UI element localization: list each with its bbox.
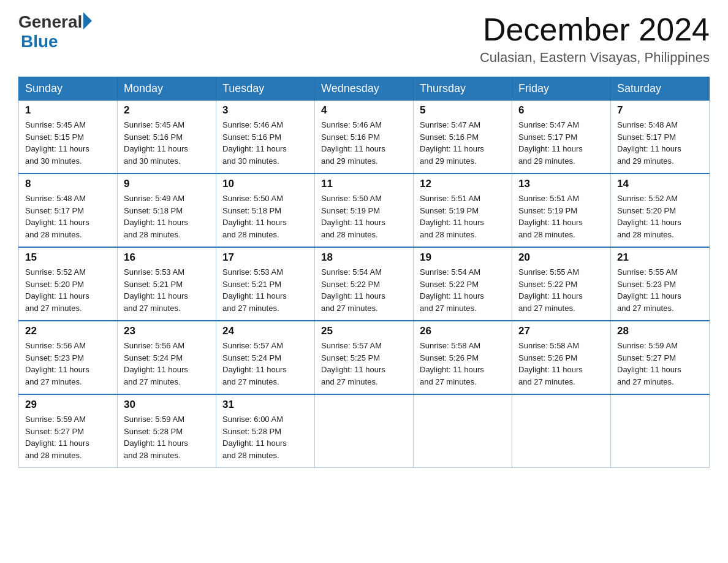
- day-info: Sunrise: 5:56 AMSunset: 5:24 PMDaylight:…: [124, 340, 210, 388]
- day-info: Sunrise: 5:58 AMSunset: 5:26 PMDaylight:…: [420, 340, 506, 388]
- calendar-cell: 9Sunrise: 5:49 AMSunset: 5:18 PMDaylight…: [118, 174, 216, 247]
- calendar-cell: 25Sunrise: 5:57 AMSunset: 5:25 PMDayligh…: [315, 321, 414, 394]
- calendar-cell: 12Sunrise: 5:51 AMSunset: 5:19 PMDayligh…: [414, 174, 512, 247]
- day-info: Sunrise: 6:00 AMSunset: 5:28 PMDaylight:…: [222, 413, 308, 461]
- weekday-header-saturday: Saturday: [611, 77, 710, 101]
- calendar-cell: [315, 394, 414, 468]
- day-info: Sunrise: 5:54 AMSunset: 5:22 PMDaylight:…: [420, 266, 506, 314]
- weekday-header-thursday: Thursday: [414, 77, 512, 101]
- day-info: Sunrise: 5:57 AMSunset: 5:25 PMDaylight:…: [321, 340, 407, 388]
- calendar-cell: 24Sunrise: 5:57 AMSunset: 5:24 PMDayligh…: [216, 321, 315, 394]
- day-number: 14: [617, 178, 703, 190]
- day-number: 1: [25, 104, 111, 117]
- calendar-cell: 5Sunrise: 5:47 AMSunset: 5:16 PMDaylight…: [414, 101, 512, 174]
- day-info: Sunrise: 5:51 AMSunset: 5:19 PMDaylight:…: [518, 193, 604, 240]
- calendar-cell: 13Sunrise: 5:51 AMSunset: 5:19 PMDayligh…: [512, 174, 611, 247]
- calendar-cell: 4Sunrise: 5:46 AMSunset: 5:16 PMDaylight…: [315, 101, 414, 174]
- day-number: 18: [321, 251, 407, 264]
- day-number: 6: [518, 104, 604, 117]
- day-info: Sunrise: 5:52 AMSunset: 5:20 PMDaylight:…: [25, 266, 111, 314]
- title-block: December 2024 Culasian, Eastern Visayas,…: [480, 12, 710, 66]
- calendar-table: SundayMondayTuesdayWednesdayThursdayFrid…: [18, 77, 710, 468]
- calendar-cell: 17Sunrise: 5:53 AMSunset: 5:21 PMDayligh…: [216, 247, 315, 321]
- day-number: 11: [321, 178, 407, 190]
- calendar-cell: 30Sunrise: 5:59 AMSunset: 5:28 PMDayligh…: [118, 394, 216, 468]
- calendar-cell: 31Sunrise: 6:00 AMSunset: 5:28 PMDayligh…: [216, 394, 315, 468]
- day-info: Sunrise: 5:49 AMSunset: 5:18 PMDaylight:…: [124, 193, 210, 240]
- day-info: Sunrise: 5:52 AMSunset: 5:20 PMDaylight:…: [617, 193, 703, 240]
- day-number: 20: [518, 251, 604, 264]
- calendar-cell: 20Sunrise: 5:55 AMSunset: 5:22 PMDayligh…: [512, 247, 611, 321]
- day-info: Sunrise: 5:50 AMSunset: 5:19 PMDaylight:…: [321, 193, 407, 240]
- day-info: Sunrise: 5:45 AMSunset: 5:15 PMDaylight:…: [25, 119, 111, 167]
- calendar-cell: 10Sunrise: 5:50 AMSunset: 5:18 PMDayligh…: [216, 174, 315, 247]
- day-info: Sunrise: 5:50 AMSunset: 5:18 PMDaylight:…: [222, 193, 308, 240]
- day-number: 10: [222, 178, 308, 190]
- day-info: Sunrise: 5:54 AMSunset: 5:22 PMDaylight:…: [321, 266, 407, 314]
- calendar-cell: 16Sunrise: 5:53 AMSunset: 5:21 PMDayligh…: [118, 247, 216, 321]
- day-number: 7: [617, 104, 703, 117]
- day-info: Sunrise: 5:48 AMSunset: 5:17 PMDaylight:…: [25, 193, 111, 240]
- weekday-header-wednesday: Wednesday: [315, 77, 414, 101]
- day-info: Sunrise: 5:47 AMSunset: 5:17 PMDaylight:…: [518, 119, 604, 167]
- day-number: 27: [518, 325, 604, 337]
- day-info: Sunrise: 5:58 AMSunset: 5:26 PMDaylight:…: [518, 340, 604, 388]
- day-number: 29: [25, 399, 111, 411]
- day-number: 15: [25, 251, 111, 264]
- calendar-cell: 23Sunrise: 5:56 AMSunset: 5:24 PMDayligh…: [118, 321, 216, 394]
- calendar-week-row: 29Sunrise: 5:59 AMSunset: 5:27 PMDayligh…: [19, 394, 710, 468]
- calendar-week-row: 22Sunrise: 5:56 AMSunset: 5:23 PMDayligh…: [19, 321, 710, 394]
- calendar-cell: 18Sunrise: 5:54 AMSunset: 5:22 PMDayligh…: [315, 247, 414, 321]
- logo-general-text: General: [18, 12, 82, 32]
- day-info: Sunrise: 5:47 AMSunset: 5:16 PMDaylight:…: [420, 119, 506, 167]
- day-number: 17: [222, 251, 308, 264]
- logo-triangle-icon: [83, 12, 92, 29]
- calendar-cell: 8Sunrise: 5:48 AMSunset: 5:17 PMDaylight…: [19, 174, 118, 247]
- calendar-week-row: 1Sunrise: 5:45 AMSunset: 5:15 PMDaylight…: [19, 101, 710, 174]
- calendar-cell: 26Sunrise: 5:58 AMSunset: 5:26 PMDayligh…: [414, 321, 512, 394]
- day-info: Sunrise: 5:53 AMSunset: 5:21 PMDaylight:…: [124, 266, 210, 314]
- weekday-header-row: SundayMondayTuesdayWednesdayThursdayFrid…: [19, 77, 710, 101]
- calendar-week-row: 8Sunrise: 5:48 AMSunset: 5:17 PMDaylight…: [19, 174, 710, 247]
- day-number: 25: [321, 325, 407, 337]
- day-number: 22: [25, 325, 111, 337]
- day-number: 19: [420, 251, 506, 264]
- day-number: 4: [321, 104, 407, 117]
- page-header: General Blue December 2024 Culasian, Eas…: [18, 12, 710, 66]
- day-info: Sunrise: 5:48 AMSunset: 5:17 PMDaylight:…: [617, 119, 703, 167]
- calendar-cell: 14Sunrise: 5:52 AMSunset: 5:20 PMDayligh…: [611, 174, 710, 247]
- day-number: 31: [222, 399, 308, 411]
- day-number: 23: [124, 325, 210, 337]
- day-number: 21: [617, 251, 703, 264]
- calendar-cell: [512, 394, 611, 468]
- month-title: December 2024: [480, 12, 710, 47]
- calendar-cell: 21Sunrise: 5:55 AMSunset: 5:23 PMDayligh…: [611, 247, 710, 321]
- day-info: Sunrise: 5:59 AMSunset: 5:27 PMDaylight:…: [617, 340, 703, 388]
- calendar-cell: 19Sunrise: 5:54 AMSunset: 5:22 PMDayligh…: [414, 247, 512, 321]
- day-info: Sunrise: 5:59 AMSunset: 5:27 PMDaylight:…: [25, 413, 111, 461]
- calendar-cell: 3Sunrise: 5:46 AMSunset: 5:16 PMDaylight…: [216, 101, 315, 174]
- calendar-cell: 6Sunrise: 5:47 AMSunset: 5:17 PMDaylight…: [512, 101, 611, 174]
- calendar-cell: 29Sunrise: 5:59 AMSunset: 5:27 PMDayligh…: [19, 394, 118, 468]
- weekday-header-friday: Friday: [512, 77, 611, 101]
- day-number: 9: [124, 178, 210, 190]
- calendar-cell: 28Sunrise: 5:59 AMSunset: 5:27 PMDayligh…: [611, 321, 710, 394]
- calendar-cell: [611, 394, 710, 468]
- calendar-week-row: 15Sunrise: 5:52 AMSunset: 5:20 PMDayligh…: [19, 247, 710, 321]
- calendar-cell: [414, 394, 512, 468]
- day-number: 28: [617, 325, 703, 337]
- day-info: Sunrise: 5:55 AMSunset: 5:23 PMDaylight:…: [617, 266, 703, 314]
- day-number: 26: [420, 325, 506, 337]
- day-number: 16: [124, 251, 210, 264]
- day-info: Sunrise: 5:59 AMSunset: 5:28 PMDaylight:…: [124, 413, 210, 461]
- calendar-cell: 15Sunrise: 5:52 AMSunset: 5:20 PMDayligh…: [19, 247, 118, 321]
- day-number: 13: [518, 178, 604, 190]
- day-number: 30: [124, 399, 210, 411]
- location-title: Culasian, Eastern Visayas, Philippines: [480, 50, 710, 66]
- calendar-cell: 7Sunrise: 5:48 AMSunset: 5:17 PMDaylight…: [611, 101, 710, 174]
- day-info: Sunrise: 5:51 AMSunset: 5:19 PMDaylight:…: [420, 193, 506, 240]
- day-info: Sunrise: 5:46 AMSunset: 5:16 PMDaylight:…: [222, 119, 308, 167]
- weekday-header-tuesday: Tuesday: [216, 77, 315, 101]
- day-number: 3: [222, 104, 308, 117]
- weekday-header-sunday: Sunday: [19, 77, 118, 101]
